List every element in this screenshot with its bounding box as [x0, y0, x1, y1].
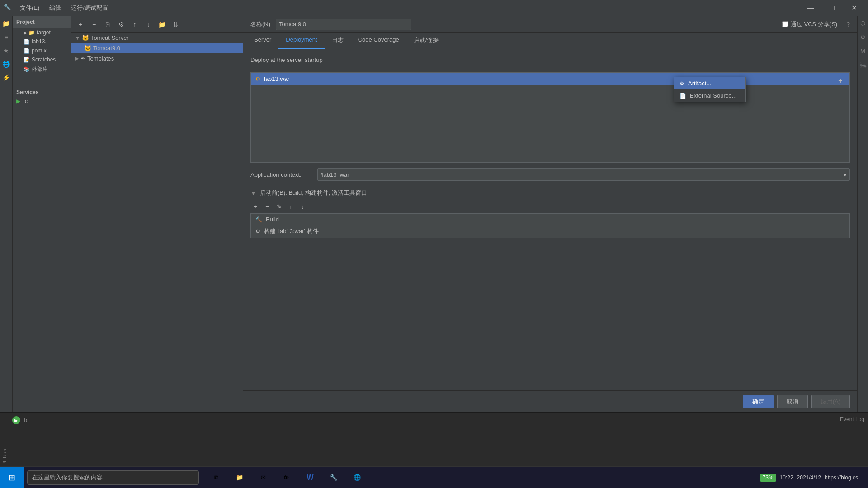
bl-item-war[interactable]: ⚙ 构建 'lab13:war' 构件 [251, 225, 849, 238]
taskbar-icons: ⧉ 📁 ✉ 🛍 W 🔧 🌐 [203, 469, 371, 487]
services-icon[interactable]: ⚡ [0, 72, 12, 83]
tree-item-lab13i[interactable]: 📄 lab13.i [13, 37, 71, 46]
menu-edit[interactable]: 编辑 [45, 2, 66, 14]
sort-config-btn[interactable]: ⇅ [170, 19, 181, 30]
menu-run-config[interactable]: 运行/调试配置 [66, 2, 113, 14]
event-log-link[interactable]: Event Log [840, 416, 864, 422]
app-context-value: /lab13_war [321, 171, 349, 178]
mail-icon[interactable]: ✉ [254, 469, 272, 487]
add-config-btn[interactable]: + [75, 19, 86, 30]
app-context-select[interactable]: /lab13_war ▾ [317, 168, 850, 181]
bl-add-btn[interactable]: + [250, 202, 260, 211]
taskbar-search[interactable]: 在这里输入你要搜索的内容 [27, 470, 199, 485]
bl-up-btn[interactable]: ↑ [286, 202, 296, 211]
right-tab-ant[interactable]: 🐜 [858, 58, 868, 72]
config-tabs: Server Deployment 日志 Code Coverage 启动/连接 [243, 33, 857, 49]
scratches-icon: 📝 [24, 57, 30, 63]
copy-config-btn[interactable]: ⎘ [102, 19, 113, 30]
deploy-section-header: Deploy at the server startup [250, 56, 850, 63]
menu-file[interactable]: 文件(E) [15, 2, 44, 14]
close-btn[interactable]: ✕ [844, 0, 864, 16]
favorites-icon[interactable]: ★ [1, 45, 11, 56]
bl-war-label: 构建 'lab13:war' 构件 [264, 227, 319, 235]
help-btn[interactable]: ? [846, 21, 850, 28]
run-section: ▶ Tc [12, 416, 28, 424]
web-icon[interactable]: 🌐 [0, 59, 12, 70]
bl-item-build[interactable]: 🔨 Build [251, 214, 849, 225]
project-tab-icon[interactable]: 📁 [0, 18, 12, 29]
app-context-label: Application context: [250, 171, 314, 178]
tree-item-ext-lib[interactable]: 📚 外部库 [13, 64, 71, 75]
run-play-btn[interactable]: ▶ [12, 416, 20, 424]
config-tree: ▼ 🐱 Tomcat Server 🐱 Tomcat9.0 ▶ ✒ Templa… [71, 33, 243, 412]
section-templates[interactable]: ▶ ✒ Templates [71, 53, 243, 64]
bl-down-btn[interactable]: ↓ [297, 202, 307, 211]
main-layout: 📁 ≡ ★ 🌐 ⚡ Project ▶ 📁 target 📄 lab13.i 📄 [0, 16, 868, 412]
taskbar: ⊞ 在这里输入你要搜索的内容 ⧉ 📁 ✉ 🛍 W 🔧 🌐 73% 10:22 2… [0, 466, 868, 488]
confirm-btn[interactable]: 确定 [743, 395, 774, 408]
section-tomcat-server[interactable]: ▼ 🐱 Tomcat Server [71, 33, 243, 43]
before-launch-label: 启动前(B): Build, 构建构件, 激活工具窗口 [260, 189, 367, 197]
artifact-icon: ⚙ [679, 80, 684, 87]
bl-remove-btn[interactable]: − [262, 202, 272, 211]
word-icon[interactable]: W [301, 469, 319, 487]
app-context-row: Application context: /lab13_war ▾ [250, 168, 850, 181]
tree-item-pomx[interactable]: 📄 pom.x [13, 46, 71, 55]
maximize-btn[interactable]: □ [822, 0, 843, 16]
tomcat9-icon: 🐱 [84, 45, 91, 52]
external-source-label: External Source... [690, 92, 736, 99]
deploy-empty-area [251, 85, 849, 162]
project-panel: Project ▶ 📁 target 📄 lab13.i 📄 pom.x 📝 S… [13, 16, 71, 412]
chrome-icon[interactable]: 🌐 [348, 469, 366, 487]
services-run-btn[interactable]: ▶ Tc [13, 97, 71, 106]
folder-config-btn[interactable]: 📁 [156, 19, 167, 30]
right-tab-maven[interactable]: M [859, 44, 867, 58]
up-config-btn[interactable]: ↑ [129, 19, 140, 30]
bl-edit-btn[interactable]: ✎ [274, 202, 284, 211]
run-tomcat-label: Tc [23, 417, 28, 423]
taskbar-date: 2021/4/12 [797, 474, 821, 481]
before-launch-header[interactable]: ▼ 启动前(B): Build, 构建构件, 激活工具窗口 [250, 186, 850, 200]
minimize-btn[interactable]: — [800, 0, 821, 16]
settings-config-btn[interactable]: ⚙ [116, 19, 127, 30]
tab-server[interactable]: Server [247, 33, 278, 49]
remove-config-btn[interactable]: − [89, 19, 99, 30]
right-tab-database[interactable]: ⬡ [859, 16, 867, 30]
start-button[interactable]: ⊞ [0, 467, 24, 488]
tree-item-scratches[interactable]: 📝 Scratches [13, 55, 71, 64]
config-toolbar: + − ⎘ ⚙ ↑ ↓ 📁 ⇅ [71, 16, 243, 33]
right-tab-settings[interactable]: ⚙ [859, 30, 868, 44]
name-input[interactable] [276, 19, 411, 30]
file-icon: 📄 [24, 39, 30, 45]
tab-deployment[interactable]: Deployment [278, 33, 324, 49]
apply-btn[interactable]: 应用(A) [811, 395, 850, 408]
deploy-add-btn[interactable]: + [835, 75, 846, 86]
share-checkbox[interactable] [782, 21, 788, 27]
build-icon: 🔨 [255, 216, 262, 223]
taskbar-right: 73% 10:22 2021/4/12 https://blog.cs... [760, 474, 868, 481]
dropdown-artifact[interactable]: ⚙ Artifact... [674, 77, 745, 89]
down-config-btn[interactable]: ↓ [143, 19, 154, 30]
tree-item-target[interactable]: ▶ 📁 target [13, 28, 71, 37]
cancel-btn[interactable]: 取消 [777, 395, 808, 408]
run-tab[interactable]: 4: Run [0, 413, 9, 466]
folder-icon: ▶ 📁 [24, 30, 35, 36]
tab-startup[interactable]: 启动/连接 [406, 33, 446, 49]
title-bar-controls: — □ ✕ [800, 0, 864, 16]
explorer-icon[interactable]: 📁 [231, 469, 249, 487]
ide-taskbar-icon[interactable]: 🔧 [325, 469, 343, 487]
store-icon[interactable]: 🛍 [278, 469, 296, 487]
deploy-row-lab13war[interactable]: ⚙ lab13:war [251, 73, 849, 85]
left-side-icon-panel: 📁 ≡ ★ 🌐 ⚡ [0, 16, 13, 412]
before-launch-list: 🔨 Build ⚙ 构建 'lab13:war' 构件 [250, 213, 850, 238]
artifact-dropdown: ⚙ Artifact... 📄 External Source... [674, 77, 746, 102]
config-tomcat9[interactable]: 🐱 Tomcat9.0 [71, 43, 243, 53]
dropdown-external-source[interactable]: 📄 External Source... [674, 89, 745, 102]
tab-coverage[interactable]: Code Coverage [351, 33, 406, 49]
deployment-content: Deploy at the server startup ⚙ lab13:war… [243, 49, 857, 390]
bottom-content: ▶ Tc Event Log [9, 413, 868, 466]
taskview-icon[interactable]: ⧉ [207, 469, 225, 487]
structure-tab-icon[interactable]: ≡ [2, 32, 9, 42]
taskbar-blog: https://blog.cs... [825, 474, 863, 481]
tab-logs[interactable]: 日志 [325, 33, 351, 49]
